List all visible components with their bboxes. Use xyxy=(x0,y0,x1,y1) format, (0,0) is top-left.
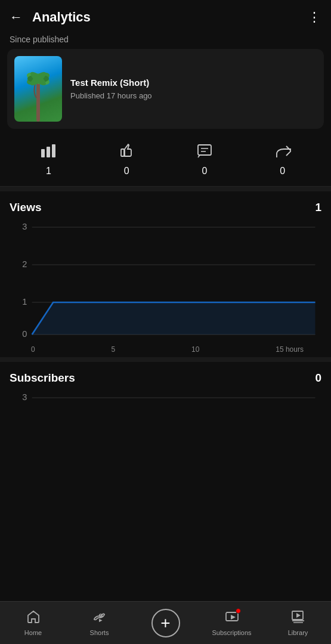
svg-marker-29 xyxy=(296,613,301,618)
more-options-button[interactable]: ⋮ xyxy=(308,10,321,25)
home-icon xyxy=(26,610,41,627)
svg-marker-25 xyxy=(99,618,103,622)
x-axis-labels: 0 5 10 15 hours xyxy=(10,343,321,354)
nav-subscriptions[interactable]: Subscriptions xyxy=(211,610,253,636)
likes-count: 0 xyxy=(124,166,129,177)
stats-row: 1 0 0 xyxy=(0,136,331,187)
x-label-5: 5 xyxy=(112,345,116,354)
subscriptions-label: Subscriptions xyxy=(212,629,251,636)
x-label-0: 0 xyxy=(31,345,35,354)
comments-count: 0 xyxy=(202,166,207,177)
stat-views[interactable]: 1 xyxy=(40,143,57,177)
svg-rect-8 xyxy=(52,144,55,157)
share-icon xyxy=(274,143,291,162)
subscribers-total: 0 xyxy=(315,371,321,385)
comment-icon xyxy=(196,143,213,162)
nav-shorts[interactable]: Shorts xyxy=(79,610,120,636)
svg-marker-21 xyxy=(32,302,315,335)
thumbs-up-icon xyxy=(118,143,135,162)
views-total: 1 xyxy=(315,201,321,214)
video-thumbnail xyxy=(14,56,62,122)
svg-rect-10 xyxy=(198,145,211,155)
library-label: Library xyxy=(288,629,308,636)
notification-dot xyxy=(236,608,241,614)
svg-text:1: 1 xyxy=(22,297,27,306)
svg-rect-6 xyxy=(41,149,45,157)
views-count: 1 xyxy=(46,166,51,177)
nav-library[interactable]: Library xyxy=(277,610,319,636)
bottom-nav: Home Shorts + Subscriptions xyxy=(0,601,331,644)
svg-rect-0 xyxy=(36,80,40,122)
video-published: Published 17 hours ago xyxy=(70,91,152,100)
subscribers-section: Subscribers 0 3 xyxy=(0,362,331,439)
views-chart: 3 2 1 0 0 5 10 15 hours xyxy=(10,221,321,352)
subscribers-chart: 3 xyxy=(10,392,321,439)
stat-comments[interactable]: 0 xyxy=(196,143,213,177)
svg-rect-9 xyxy=(121,149,124,156)
subscribers-title: Subscribers xyxy=(10,371,75,385)
views-section: Views 1 3 2 1 0 0 5 xyxy=(0,191,331,352)
svg-text:3: 3 xyxy=(22,222,27,231)
library-icon xyxy=(291,610,305,627)
svg-rect-7 xyxy=(47,147,50,157)
subscriptions-icon xyxy=(225,610,239,627)
nav-home[interactable]: Home xyxy=(13,610,54,636)
views-title: Views xyxy=(10,201,42,214)
stat-likes[interactable]: 0 xyxy=(118,143,135,177)
back-button[interactable]: ← xyxy=(10,10,23,25)
bar-chart-icon xyxy=(40,143,57,162)
add-button[interactable]: + xyxy=(151,609,180,637)
video-card: Test Remix (Short) Published 17 hours ag… xyxy=(7,49,324,129)
x-label-15: 15 hours xyxy=(276,345,304,354)
svg-text:2: 2 xyxy=(22,259,27,269)
stat-shares[interactable]: 0 xyxy=(274,143,291,177)
home-label: Home xyxy=(24,629,42,636)
svg-text:3: 3 xyxy=(22,392,27,402)
page-title: Analytics xyxy=(32,10,91,25)
shorts-icon xyxy=(92,610,107,627)
video-title: Test Remix (Short) xyxy=(70,78,152,88)
shorts-label: Shorts xyxy=(90,629,109,636)
nav-add[interactable]: + xyxy=(145,609,187,637)
since-published-label: Since published xyxy=(0,32,331,49)
shares-count: 0 xyxy=(280,166,285,177)
plus-icon: + xyxy=(160,615,170,631)
header: ← Analytics ⋮ xyxy=(0,0,331,32)
video-info: Test Remix (Short) Published 17 hours ag… xyxy=(70,78,152,100)
svg-text:0: 0 xyxy=(22,329,27,339)
svg-marker-27 xyxy=(231,615,236,620)
x-label-10: 10 xyxy=(191,345,199,354)
